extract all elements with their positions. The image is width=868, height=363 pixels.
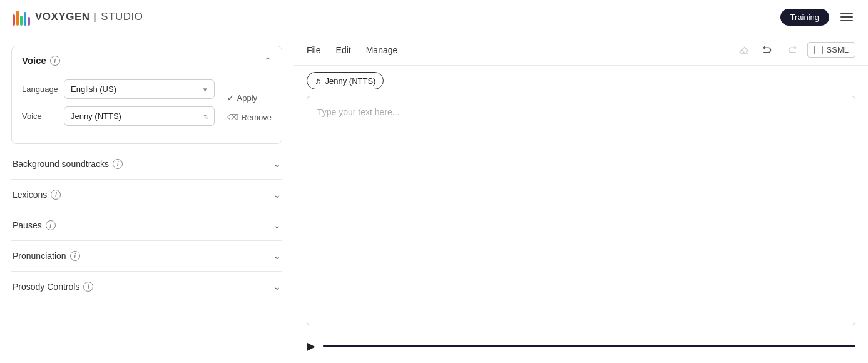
background-soundtracks-info-icon[interactable]: i [113, 159, 123, 169]
check-icon: ✓ [227, 93, 234, 103]
ssml-label: SSML [827, 45, 849, 54]
bar-3 [20, 16, 23, 26]
ssml-checkbox[interactable] [814, 46, 823, 54]
voice-fields: Language English (US) ▼ Voice Jenny [22, 79, 215, 133]
apply-button[interactable]: ✓ Apply [227, 91, 272, 105]
prosody-controls-title: Prosody Controls i [13, 282, 93, 292]
pronunciation-title: Pronunciation i [13, 251, 80, 261]
pronunciation-header[interactable]: Pronunciation i ⌄ [11, 241, 282, 271]
logo-voxygen: VOXYGEN [35, 11, 90, 23]
lexicons-chevron-icon: ⌄ [273, 190, 281, 200]
voice-chevron-icon: ⌃ [264, 56, 272, 66]
hamburger-line-1 [840, 13, 853, 14]
pronunciation-section: Pronunciation i ⌄ [11, 241, 282, 272]
background-soundtracks-header[interactable]: Background soundtracks i ⌄ [11, 149, 282, 179]
pauses-chevron-icon: ⌄ [273, 220, 281, 230]
logo-bars [13, 8, 30, 26]
undo-icon[interactable] [760, 43, 776, 57]
logo-divider: | [91, 11, 101, 23]
prosody-controls-label: Prosody Controls [13, 282, 79, 292]
hamburger-line-3 [840, 20, 853, 21]
hamburger-line-2 [840, 16, 853, 18]
logo-wordmark: VOXYGEN | STUDIO [35, 11, 143, 23]
background-soundtracks-title: Background soundtracks i [13, 159, 123, 169]
voice-tag-area: ♬ Jenny (NTTS) [294, 66, 868, 89]
prosody-controls-section: Prosody Controls i ⌄ [11, 272, 282, 302]
apply-label: Apply [237, 93, 258, 103]
lexicons-section: Lexicons i ⌄ [11, 180, 282, 210]
logo: VOXYGEN | STUDIO [13, 8, 143, 26]
pauses-section: Pauses i ⌄ [11, 210, 282, 241]
voice-section-header[interactable]: Voice i ⌃ [12, 46, 282, 74]
text-editor-placeholder: Type your text here... [317, 107, 400, 117]
voice-select-wrapper: Jenny (NTTS) ⇅ [64, 106, 215, 126]
background-soundtracks-chevron-icon: ⌄ [273, 159, 281, 169]
lexicons-header[interactable]: Lexicons i ⌄ [11, 180, 282, 210]
app-header: VOXYGEN | STUDIO Training [0, 0, 868, 34]
training-button[interactable]: Training [780, 9, 829, 26]
eraser-icon: ⌫ [227, 113, 238, 122]
play-icon: ▶ [307, 339, 315, 353]
pauses-title: Pauses i [13, 220, 56, 230]
language-label: Language [22, 84, 56, 94]
voice-section-title: Voice i [22, 55, 60, 66]
play-button[interactable]: ▶ [307, 339, 315, 353]
ssml-toggle[interactable]: SSML [807, 42, 855, 58]
voice-tag-label: Jenny (NTTS) [325, 76, 376, 86]
voice-select[interactable]: Jenny (NTTS) [64, 106, 215, 126]
voice-section: Voice i ⌃ Language English (US) ▼ [11, 46, 282, 144]
logo-studio: STUDIO [101, 11, 143, 23]
hamburger-menu-button[interactable] [838, 10, 855, 24]
left-panel: Voice i ⌃ Language English (US) ▼ [0, 34, 294, 363]
language-field-row: Language English (US) ▼ [22, 79, 215, 99]
pronunciation-info-icon[interactable]: i [70, 251, 80, 261]
prosody-controls-header[interactable]: Prosody Controls i ⌄ [11, 272, 282, 302]
bar-1 [13, 14, 15, 26]
text-editor[interactable]: Type your text here... [307, 96, 855, 325]
toolbar-menu: File Edit Manage [307, 45, 397, 55]
voice-tag[interactable]: ♬ Jenny (NTTS) [307, 72, 384, 89]
bar-4 [24, 12, 26, 26]
prosody-controls-chevron-icon: ⌄ [273, 282, 281, 292]
eraser-toolbar-icon[interactable] [736, 43, 752, 57]
voice-title-text: Voice [22, 55, 46, 66]
language-select[interactable]: English (US) [64, 79, 215, 99]
pronunciation-label: Pronunciation [13, 251, 66, 261]
lexicons-label: Lexicons [13, 190, 47, 200]
edit-menu-item[interactable]: Edit [336, 45, 351, 55]
pauses-label: Pauses [13, 220, 42, 230]
pauses-info-icon[interactable]: i [46, 220, 56, 230]
background-soundtracks-section: Background soundtracks i ⌄ [11, 149, 282, 180]
voice-controls: Language English (US) ▼ Voice Jenny [12, 74, 282, 143]
right-panel: File Edit Manage [294, 34, 868, 363]
editor-toolbar: File Edit Manage [294, 34, 868, 66]
voice-field-row: Voice Jenny (NTTS) ⇅ [22, 106, 215, 126]
main-layout: Voice i ⌃ Language English (US) ▼ [0, 34, 868, 363]
voice-info-icon[interactable]: i [50, 56, 60, 66]
voice-tag-icon: ♬ [315, 76, 322, 86]
audio-player: ▶ [294, 332, 868, 363]
lexicons-title: Lexicons i [13, 190, 61, 200]
voice-actions: ✓ Apply ⌫ Remove [227, 79, 272, 133]
header-right: Training [780, 9, 855, 26]
voice-label: Voice [22, 111, 56, 121]
file-menu-item[interactable]: File [307, 45, 321, 55]
background-soundtracks-label: Background soundtracks [13, 159, 109, 169]
remove-label: Remove [242, 113, 272, 122]
bar-5 [28, 17, 30, 26]
toolbar-right: SSML [736, 42, 855, 58]
manage-menu-item[interactable]: Manage [366, 45, 398, 55]
redo-icon[interactable] [784, 43, 800, 57]
bar-2 [16, 11, 19, 26]
audio-progress-track[interactable] [323, 345, 855, 347]
prosody-controls-info-icon[interactable]: i [83, 282, 93, 292]
pronunciation-chevron-icon: ⌄ [273, 251, 281, 261]
lexicons-info-icon[interactable]: i [51, 190, 61, 200]
remove-button[interactable]: ⌫ Remove [227, 110, 272, 125]
language-select-wrapper: English (US) ▼ [64, 79, 215, 99]
pauses-header[interactable]: Pauses i ⌄ [11, 210, 282, 240]
